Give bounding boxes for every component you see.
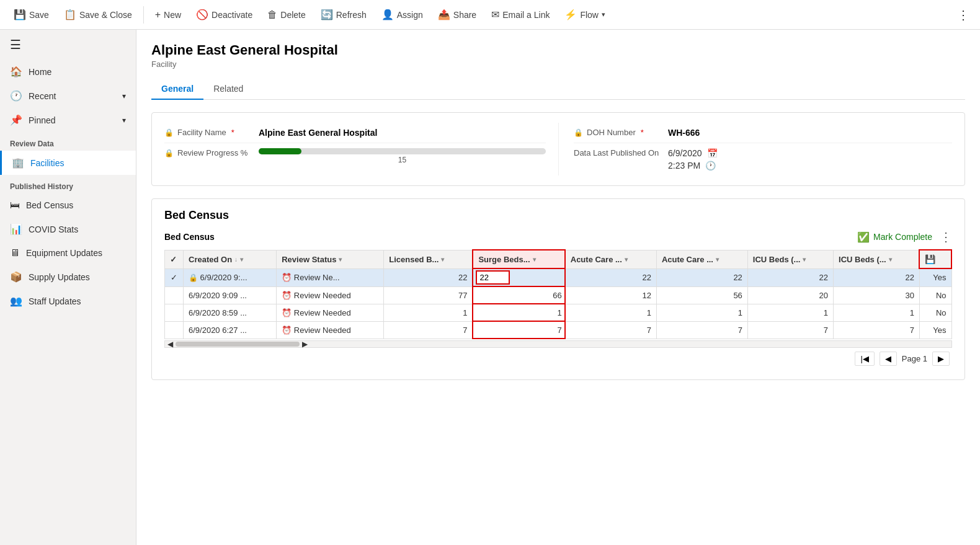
icu-beds-1-cell-2[interactable]: 1 bbox=[747, 304, 833, 321]
bed-census-title: Bed Census bbox=[164, 209, 952, 222]
row-check-1[interactable] bbox=[165, 286, 184, 304]
surge-beds-input[interactable] bbox=[476, 270, 510, 285]
th-check[interactable]: ✓ bbox=[165, 250, 184, 268]
extra-cell-2: No bbox=[919, 304, 951, 321]
created-on-cell-3[interactable]: 6/9/2020 6:27 ... bbox=[184, 321, 277, 339]
share-button[interactable]: 📤 Share bbox=[432, 6, 483, 24]
licensed-b-cell-3[interactable]: 7 bbox=[384, 321, 473, 339]
new-button[interactable]: + New bbox=[149, 6, 187, 24]
acute-care-1-chevron-icon: ▾ bbox=[625, 256, 628, 263]
flow-button[interactable]: ⚡ Flow ▾ bbox=[558, 6, 612, 24]
review-status-cell-1[interactable]: ⏰ Review Needed bbox=[277, 286, 384, 304]
table-footer: |◀ ◀ Page 1 ▶ bbox=[164, 348, 952, 370]
icu-beds-2-chevron-icon: ▾ bbox=[889, 256, 892, 263]
bed-census-more-button[interactable]: ⋮ bbox=[940, 229, 952, 244]
email-link-button[interactable]: ✉ Email a Link bbox=[485, 6, 556, 24]
save-close-button[interactable]: 📋 Save & Close bbox=[58, 6, 138, 24]
table-scrollbar[interactable]: ◀ ▶ bbox=[164, 340, 952, 348]
surge-beds-cell-3[interactable]: 7 bbox=[473, 321, 564, 339]
licensed-b-cell-1[interactable]: 77 bbox=[384, 286, 473, 304]
sidebar-item-recent[interactable]: 🕐 Recent ▾ bbox=[0, 84, 136, 108]
refresh-button[interactable]: 🔄 Refresh bbox=[314, 6, 373, 24]
surge-beds-cell-2[interactable]: 1 bbox=[473, 304, 564, 321]
table-row: ✓🔒 6/9/2020 9:...⏰ Review Ne...222222222… bbox=[165, 268, 952, 286]
delete-button[interactable]: 🗑 Delete bbox=[261, 6, 311, 24]
th-licensed-b[interactable]: Licensed B... ▾ bbox=[384, 250, 473, 268]
row-check-3[interactable] bbox=[165, 321, 184, 339]
th-surge-beds[interactable]: Surge Beds... ▾ bbox=[473, 250, 564, 268]
hamburger-menu-icon[interactable]: ☰ bbox=[0, 30, 136, 60]
row-check-0[interactable]: ✓ bbox=[165, 268, 184, 286]
sidebar-item-equipment-updates[interactable]: 🖥 Equipment Updates bbox=[0, 241, 136, 265]
save-button[interactable]: 💾 Save bbox=[7, 6, 55, 24]
th-review-status[interactable]: Review Status ▾ bbox=[277, 250, 384, 268]
surge-beds-cell-1[interactable]: 66 bbox=[473, 286, 564, 304]
th-created-on[interactable]: Created On ↓ ▾ bbox=[184, 250, 277, 268]
icu-beds-1-cell-3[interactable]: 7 bbox=[747, 321, 833, 339]
licensed-b-cell-2[interactable]: 1 bbox=[384, 304, 473, 321]
acute-care-1-cell-1[interactable]: 12 bbox=[565, 286, 657, 304]
acute-care-1-cell-0[interactable]: 22 bbox=[565, 268, 657, 286]
deactivate-button[interactable]: 🚫 Deactivate bbox=[190, 6, 259, 24]
share-icon: 📤 bbox=[438, 9, 450, 20]
bed-census-section: Bed Census Bed Census ✅ Mark Complete ⋮ bbox=[151, 198, 965, 380]
scroll-thumb[interactable] bbox=[176, 342, 300, 347]
assign-button[interactable]: 👤 Assign bbox=[375, 6, 429, 24]
sidebar-item-supply-updates[interactable]: 📦 Supply Updates bbox=[0, 265, 136, 289]
review-status-cell-0[interactable]: ⏰ Review Ne... bbox=[277, 268, 384, 286]
save-icon: 💾 bbox=[14, 9, 26, 20]
acute-care-2-cell-1[interactable]: 56 bbox=[656, 286, 747, 304]
mark-complete-button[interactable]: ✅ Mark Complete bbox=[857, 231, 932, 243]
row-check-2[interactable] bbox=[165, 304, 184, 321]
page-first-button[interactable]: |◀ bbox=[855, 352, 874, 366]
created-on-cell-1[interactable]: 6/9/2020 9:09 ... bbox=[184, 286, 277, 304]
acute-care-1-cell-3[interactable]: 7 bbox=[565, 321, 657, 339]
created-on-cell-2[interactable]: 6/9/2020 8:59 ... bbox=[184, 304, 277, 321]
tab-related[interactable]: Related bbox=[203, 79, 253, 100]
icu-beds-2-cell-0[interactable]: 22 bbox=[834, 268, 920, 286]
sidebar-item-bed-census[interactable]: 🛏 Bed Census bbox=[0, 193, 136, 217]
page-prev-button[interactable]: ◀ bbox=[880, 352, 897, 366]
icu-beds-2-cell-3[interactable]: 7 bbox=[834, 321, 920, 339]
progress-container: 15 bbox=[259, 148, 546, 164]
acute-care-1-cell-2[interactable]: 1 bbox=[565, 304, 657, 321]
icu-beds-2-cell-1[interactable]: 30 bbox=[834, 286, 920, 304]
licensed-b-cell-0[interactable]: 22 bbox=[384, 268, 473, 286]
tab-general[interactable]: General bbox=[151, 79, 203, 100]
th-acute-care-1[interactable]: Acute Care ... ▾ bbox=[565, 250, 657, 268]
sidebar-item-covid-stats[interactable]: 📊 COVID Stats bbox=[0, 217, 136, 241]
icu-beds-1-cell-0[interactable]: 22 bbox=[747, 268, 833, 286]
sidebar-item-staff-updates[interactable]: 👥 Staff Updates bbox=[0, 289, 136, 313]
toolbar: 💾 Save 📋 Save & Close + New 🚫 Deactivate… bbox=[0, 0, 980, 30]
surge-beds-cell-0[interactable] bbox=[473, 268, 564, 286]
bed-census-actions: ✅ Mark Complete ⋮ bbox=[857, 229, 952, 244]
th-icu-beds-1[interactable]: ICU Beds (... ▾ bbox=[747, 250, 833, 268]
icu-beds-1-cell-1[interactable]: 20 bbox=[747, 286, 833, 304]
th-icu-beds-2[interactable]: ICU Beds (... ▾ bbox=[834, 250, 920, 268]
icu-beds-2-cell-2[interactable]: 1 bbox=[834, 304, 920, 321]
recent-chevron-icon: ▾ bbox=[122, 92, 126, 100]
data-published-values: 6/9/2020 📅 2:23 PM 🕐 bbox=[668, 148, 952, 171]
recent-icon: 🕐 bbox=[10, 90, 22, 102]
acute-care-2-cell-0[interactable]: 22 bbox=[656, 268, 747, 286]
sidebar-item-facilities[interactable]: 🏢 Facilities bbox=[0, 151, 136, 175]
th-save-col[interactable]: 💾 bbox=[919, 250, 951, 268]
licensed-b-chevron-icon: ▾ bbox=[441, 256, 444, 263]
table-row: 6/9/2020 9:09 ...⏰ Review Needed77661256… bbox=[165, 286, 952, 304]
divider-1 bbox=[143, 6, 144, 24]
clock-icon: 🕐 bbox=[705, 161, 716, 171]
review-status-cell-3[interactable]: ⏰ Review Needed bbox=[277, 321, 384, 339]
scroll-right-arrow[interactable]: ▶ bbox=[302, 340, 308, 348]
sidebar-item-pinned[interactable]: 📌 Pinned ▾ bbox=[0, 108, 136, 132]
progress-label: 15 bbox=[259, 156, 546, 164]
sidebar-item-home[interactable]: 🏠 Home bbox=[0, 60, 136, 84]
review-status-cell-2[interactable]: ⏰ Review Needed bbox=[277, 304, 384, 321]
acute-care-2-cell-2[interactable]: 1 bbox=[656, 304, 747, 321]
page-next-button[interactable]: ▶ bbox=[932, 352, 950, 366]
table-scroll-container[interactable]: ✓ Created On ↓ ▾ bbox=[164, 249, 952, 339]
th-acute-care-2[interactable]: Acute Care ... ▾ bbox=[656, 250, 747, 268]
scroll-left-arrow[interactable]: ◀ bbox=[167, 340, 173, 348]
more-options-button[interactable]: ⋮ bbox=[954, 4, 973, 25]
created-on-cell-0[interactable]: 🔒 6/9/2020 9:... bbox=[184, 268, 277, 286]
acute-care-2-cell-3[interactable]: 7 bbox=[656, 321, 747, 339]
